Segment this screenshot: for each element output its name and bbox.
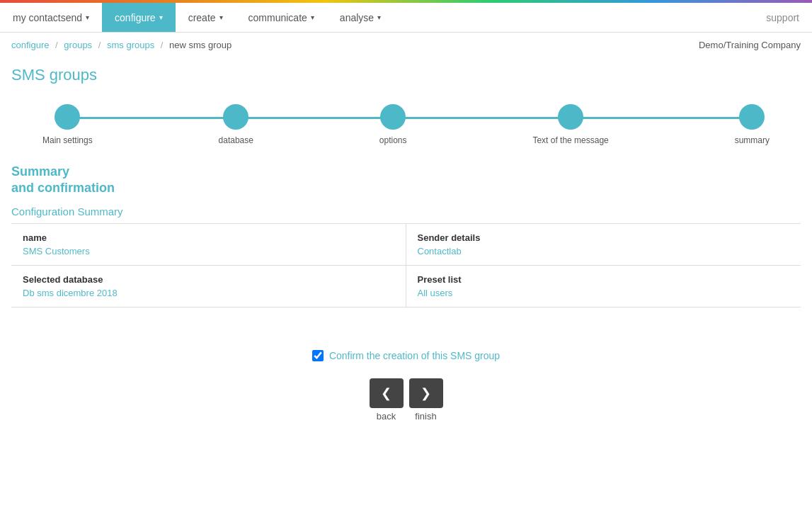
database-label: Selected database — [23, 274, 394, 285]
stepper: Main settings database options Text of t… — [0, 90, 812, 152]
step-circle-3 — [380, 104, 406, 130]
breadcrumb-sms-groups[interactable]: sms groups — [107, 40, 154, 50]
preset-label: Preset list — [418, 274, 790, 285]
sender-value: Contactlab — [418, 246, 790, 256]
nav-my-contactsend[interactable]: my contactsend ▾ — [0, 3, 102, 32]
nav-analyse[interactable]: analyse ▾ — [327, 3, 394, 32]
sender-label: Sender details — [418, 232, 790, 243]
confirm-section: Confirm the creation of this SMS group ❮… — [0, 307, 812, 436]
config-summary-section: Configuration Summary name SMS Customers… — [0, 200, 812, 307]
company-name: Demo/Training Company — [699, 40, 801, 50]
summary-cell-database: Selected database Db sms dicembre 2018 — [11, 266, 406, 307]
caret-icon: ▾ — [311, 13, 314, 21]
breadcrumb-configure[interactable]: configure — [11, 40, 49, 50]
step-text-message[interactable]: Text of the message — [532, 104, 608, 145]
step-label-4: Text of the message — [532, 135, 608, 145]
nav-communicate[interactable]: communicate ▾ — [236, 3, 327, 32]
step-main-settings[interactable]: Main settings — [42, 104, 93, 145]
caret-icon: ▾ — [219, 13, 223, 21]
summary-row-2: Selected database Db sms dicembre 2018 P… — [11, 266, 801, 307]
button-labels: back finish — [370, 411, 443, 422]
step-circle-4 — [558, 104, 583, 130]
step-circle-5 — [739, 104, 765, 130]
caret-icon: ▾ — [377, 13, 381, 21]
page-title: SMS groups — [0, 57, 812, 90]
step-label-2: database — [219, 135, 253, 145]
confirm-label: Confirm the creation of this SMS group — [329, 350, 500, 361]
nav-support[interactable]: support — [753, 3, 812, 32]
action-buttons: ❮ ❯ back finish — [370, 378, 443, 422]
top-nav: my contactsend ▾ configure ▾ create ▾ co… — [0, 3, 812, 33]
preset-value: All users — [418, 288, 790, 298]
step-options[interactable]: options — [379, 104, 407, 145]
caret-icon: ▾ — [86, 13, 89, 21]
caret-icon: ▾ — [159, 13, 163, 21]
finish-button[interactable]: ❯ — [409, 378, 443, 408]
step-circle-1 — [55, 104, 80, 130]
back-button[interactable]: ❮ — [370, 378, 404, 408]
confirm-checkbox[interactable] — [312, 350, 324, 361]
finish-label: finish — [409, 411, 443, 422]
step-label-1: Main settings — [42, 135, 93, 145]
summary-cell-preset: Preset list All users — [406, 266, 801, 307]
name-label: name — [23, 232, 394, 243]
step-label-3: options — [379, 135, 407, 145]
back-label: back — [370, 411, 404, 422]
step-database[interactable]: database — [219, 104, 253, 145]
step-circle-2 — [223, 104, 248, 130]
nav-create[interactable]: create ▾ — [176, 3, 236, 32]
confirm-checkbox-row: Confirm the creation of this SMS group — [312, 350, 500, 361]
database-value: Db sms dicembre 2018 — [23, 288, 394, 298]
summary-cell-sender: Sender details Contactlab — [406, 224, 801, 265]
breadcrumb-current: new sms group — [169, 40, 231, 50]
button-row: ❮ ❯ — [370, 378, 443, 408]
config-summary-title: Configuration Summary — [11, 205, 801, 224]
breadcrumb: configure / groups / sms groups / new sm… — [0, 33, 812, 57]
summary-cell-name: name SMS Customers — [11, 224, 406, 265]
summary-row-1: name SMS Customers Sender details Contac… — [11, 224, 801, 266]
nav-configure[interactable]: configure ▾ — [102, 3, 176, 32]
summary-heading: Summary and confirmation — [0, 152, 812, 200]
step-summary[interactable]: summary — [735, 104, 770, 145]
breadcrumb-groups[interactable]: groups — [64, 40, 92, 50]
step-label-5: summary — [735, 135, 770, 145]
name-value: SMS Customers — [23, 246, 394, 256]
